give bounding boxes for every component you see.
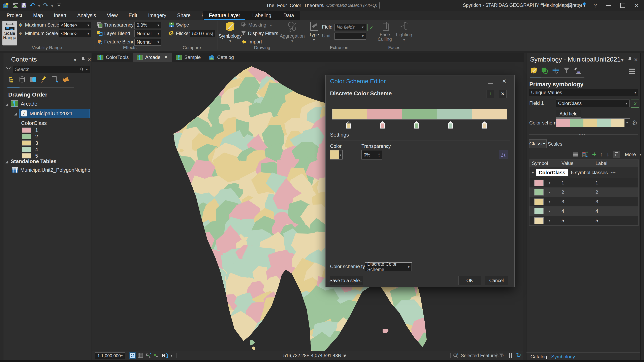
map-expander-icon[interactable]: ◢ (6, 102, 8, 106)
class-label[interactable]: 5 (593, 216, 627, 225)
view-tab-catalog[interactable]: Catalog (205, 53, 238, 62)
scale-select[interactable]: 1:1,000,000▾ (95, 352, 125, 359)
menu-tab-view[interactable]: View (102, 11, 123, 20)
view-tab-sample[interactable]: Sample (172, 53, 205, 62)
menu-tab-map[interactable]: Map (28, 11, 48, 20)
help-icon[interactable]: ? (594, 2, 597, 9)
group-options-icon[interactable]: ••• (610, 170, 616, 175)
list-by-selection-icon[interactable] (29, 76, 37, 83)
selection-zoom-icon[interactable] (453, 353, 458, 359)
new-project-icon[interactable] (3, 2, 9, 8)
color-ramp[interactable] (332, 109, 507, 119)
panel-options-icon[interactable] (629, 69, 635, 74)
add-field-button[interactable]: Add field (556, 110, 581, 118)
swatch-dropdown-icon[interactable]: ▾ (549, 190, 550, 194)
advanced-symbology-icon[interactable] (574, 67, 581, 74)
collapse-classes-icon[interactable]: ▾ (613, 151, 620, 158)
minimize-button[interactable] (606, 5, 611, 6)
restore-button[interactable] (620, 3, 625, 8)
view-tab-arcade[interactable]: Arcade✕ (132, 53, 172, 62)
coordinate-readout[interactable]: 516,732.28E 4,074,591.48N m (283, 353, 346, 359)
connection-icon[interactable] (567, 2, 573, 8)
transparency-select[interactable]: 0.0%▾ (134, 22, 162, 29)
extrusion-type-button[interactable]: Type ▾ (308, 21, 320, 46)
class-group-row[interactable]: ▾ ColorClass 5 symbol classes ••• (530, 167, 638, 178)
color-stop-5[interactable] (482, 121, 487, 128)
swatch-dropdown-icon[interactable]: ▾ (549, 219, 550, 222)
class-row-2[interactable]: ▾22 (530, 188, 638, 197)
layout-grid-button[interactable] (129, 352, 136, 359)
tab-scales[interactable]: Scales (547, 140, 563, 148)
class-swatch[interactable] (534, 199, 544, 205)
coordinate-options-icon[interactable]: ▾ (344, 354, 346, 357)
command-search[interactable]: Command Search (Alt+Q) (319, 1, 380, 9)
legend-swatch[interactable] (22, 127, 31, 133)
layer-blend-select[interactable]: Normal▾ (134, 30, 162, 37)
refresh-icon[interactable]: ↻ (516, 352, 521, 359)
menu-tab-imagery[interactable]: Imagery (143, 11, 172, 20)
class-label[interactable]: 1 (593, 178, 627, 187)
grid-button[interactable] (138, 353, 143, 359)
save-to-style-button[interactable]: Save to a style... (330, 276, 363, 285)
list-by-labeling-icon[interactable] (62, 76, 70, 83)
legend-swatch[interactable] (22, 147, 31, 152)
group-name-input[interactable]: ColorClass (536, 169, 568, 176)
snapping-button[interactable] (146, 353, 152, 359)
map-item-label[interactable]: Arcade (21, 101, 37, 107)
undo-icon[interactable]: ↶ (30, 1, 36, 9)
import-label[interactable]: Import (248, 38, 262, 45)
contents-menu-icon[interactable]: ▾ (74, 58, 76, 62)
minimum-scale-select[interactable]: <None>▾ (59, 30, 91, 37)
selected-features-readout[interactable]: Selected Features: 0 (461, 353, 504, 359)
feature-blend-select[interactable]: Normal▾ (134, 39, 162, 46)
selection-filter-icon[interactable] (499, 353, 504, 358)
standalone-table-item[interactable]: MunicipalUnit2_PolygonNeighb (20, 167, 90, 173)
cancel-button[interactable]: Cancel (485, 276, 508, 285)
color-scheme-select[interactable]: ▾ (556, 118, 630, 127)
filter-icon[interactable] (6, 66, 11, 72)
class-row-4[interactable]: ▾44 (530, 207, 638, 216)
class-value[interactable]: 4 (559, 207, 593, 216)
flicker-duration-spinner[interactable]: 500.0 ms ▴▾ (190, 30, 215, 37)
class-swatch[interactable] (534, 180, 544, 186)
class-label[interactable]: 2 (593, 188, 627, 197)
class-label[interactable]: 3 (593, 197, 627, 206)
tables-expander-icon[interactable]: ◢ (6, 159, 8, 164)
class-value[interactable]: 5 (559, 216, 593, 225)
ok-button[interactable]: OK (458, 276, 481, 285)
symbology-close-icon[interactable]: ✕ (634, 57, 638, 62)
class-swatch[interactable] (534, 189, 544, 195)
pause-drawing-button[interactable] (509, 353, 512, 358)
color-stop-3[interactable] (414, 121, 419, 128)
color-scheme-options-icon[interactable]: ⚙ (632, 119, 638, 126)
contents-search-icon[interactable] (80, 67, 84, 72)
menu-tab-analysis[interactable]: Analysis (72, 11, 102, 20)
legend-swatch[interactable] (22, 140, 31, 146)
swipe-label[interactable]: Swipe (176, 21, 189, 28)
layer-expander-icon[interactable]: ◢ (14, 112, 17, 116)
class-label[interactable]: 4 (593, 207, 627, 216)
add-values-icon[interactable] (582, 151, 588, 157)
dialog-close-button[interactable]: ✕ (502, 78, 506, 84)
color-stop-4[interactable] (448, 121, 453, 128)
field1-select[interactable]: ColorClass▾ (556, 99, 630, 107)
class-value[interactable]: 1 (559, 178, 593, 187)
redo-dropdown-icon[interactable]: ▾ (51, 4, 53, 8)
list-by-drawing-order-icon[interactable] (8, 76, 15, 83)
open-project-icon[interactable] (12, 2, 18, 8)
ribbon-tab-labeling[interactable]: Labeling (246, 11, 278, 20)
more-button[interactable]: More (625, 152, 636, 157)
save-project-icon[interactable] (21, 2, 27, 8)
scale-range-button[interactable]: Scale Range (2, 21, 17, 45)
legend-swatch[interactable] (22, 134, 31, 139)
layer-visibility-checkbox[interactable]: ✓ (21, 110, 27, 116)
class-row-1[interactable]: ▾11 (530, 178, 638, 188)
layer-item-label[interactable]: MunicipalUnit2021 (30, 110, 73, 117)
flip-scheme-button[interactable] (499, 150, 508, 159)
symbology-pin-icon[interactable] (628, 57, 632, 62)
notifications-icon[interactable] (580, 2, 586, 8)
menu-tab-project[interactable]: Project (1, 11, 28, 20)
pin-icon[interactable] (81, 57, 86, 62)
tab-classes[interactable]: Classes (529, 139, 546, 148)
undo-dropdown-icon[interactable]: ▾ (38, 4, 40, 8)
